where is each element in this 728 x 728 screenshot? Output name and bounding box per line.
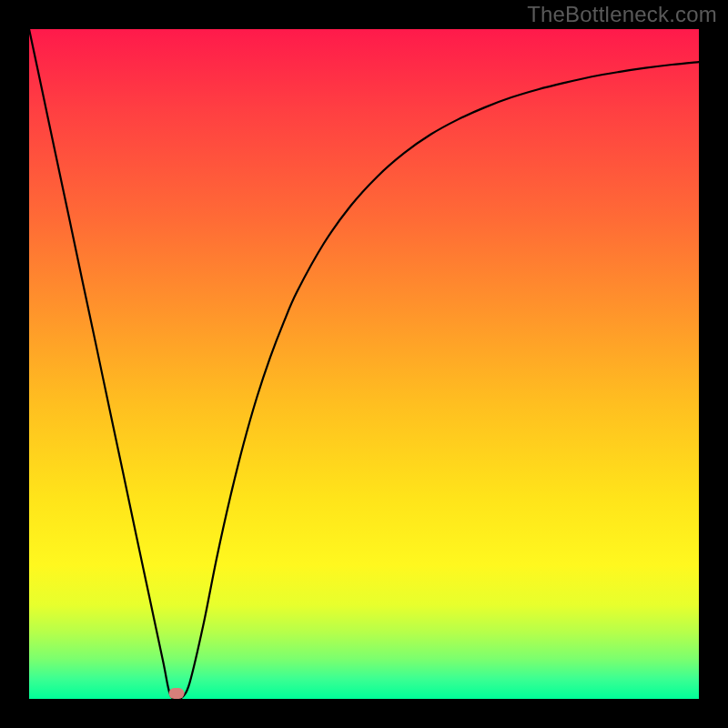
optimum-marker (168, 688, 184, 699)
chart-frame: TheBottleneck.com (0, 0, 728, 728)
curve-layer (29, 29, 699, 699)
watermark-text: TheBottleneck.com (527, 2, 717, 27)
plot-area (29, 29, 699, 699)
bottleneck-curve (29, 29, 699, 699)
